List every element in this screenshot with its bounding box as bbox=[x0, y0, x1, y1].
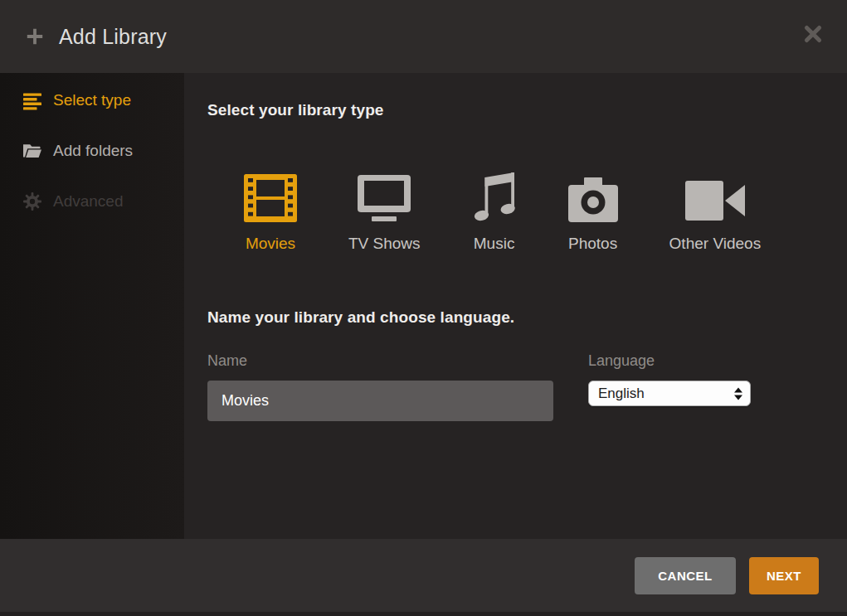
steps-sidebar: Select type Add folders bbox=[0, 73, 184, 539]
name-field-group: Name bbox=[207, 352, 553, 421]
main-content: Select your library type bbox=[184, 73, 847, 539]
add-library-dialog: Add Library Select type bbox=[0, 0, 847, 616]
library-type-music[interactable]: Music bbox=[472, 171, 517, 253]
sidebar-item-select-type[interactable]: Select type bbox=[0, 85, 184, 116]
music-note-icon bbox=[472, 172, 517, 222]
library-type-other-videos[interactable]: Other Videos bbox=[669, 171, 762, 253]
video-camera-icon bbox=[684, 179, 746, 222]
library-type-photos[interactable]: Photos bbox=[568, 171, 618, 253]
library-type-label: Other Videos bbox=[669, 235, 762, 253]
library-name-input[interactable] bbox=[207, 381, 553, 421]
next-button[interactable]: NEXT bbox=[749, 557, 819, 594]
name-label: Name bbox=[207, 352, 553, 370]
library-type-label: Music bbox=[474, 235, 515, 253]
library-type-movies[interactable]: Movies bbox=[244, 171, 297, 253]
library-type-label: Photos bbox=[568, 235, 617, 253]
close-icon[interactable] bbox=[802, 23, 824, 45]
sidebar-item-label: Select type bbox=[53, 91, 131, 109]
name-language-heading: Name your library and choose language. bbox=[207, 308, 822, 327]
language-field-group: Language English bbox=[588, 352, 751, 421]
film-strip-icon bbox=[244, 174, 297, 222]
language-select[interactable]: English bbox=[588, 381, 751, 406]
camera-icon bbox=[568, 177, 618, 222]
library-type-label: TV Shows bbox=[348, 235, 421, 253]
tv-icon bbox=[357, 174, 411, 222]
dialog-header: Add Library bbox=[0, 0, 847, 73]
plus-icon bbox=[25, 27, 45, 46]
sidebar-item-label: Add folders bbox=[53, 142, 133, 160]
photos-icon-box bbox=[568, 171, 618, 222]
sidebar-item-add-folders[interactable]: Add folders bbox=[0, 135, 184, 167]
library-type-tv-shows[interactable]: TV Shows bbox=[348, 171, 421, 253]
music-icon-box bbox=[472, 171, 517, 222]
library-type-row: Movies TV Shows bbox=[244, 171, 822, 253]
list-icon bbox=[22, 90, 42, 110]
sidebar-item-label: Advanced bbox=[53, 192, 124, 211]
tv-icon-box bbox=[357, 171, 411, 222]
dialog-title: Add Library bbox=[59, 25, 167, 49]
gear-icon bbox=[22, 192, 42, 211]
dialog-footer: CANCEL NEXT bbox=[0, 539, 847, 616]
sidebar-item-advanced: Advanced bbox=[0, 186, 184, 217]
dialog-body: Select type Add folders bbox=[0, 73, 847, 539]
other-videos-icon-box bbox=[684, 171, 746, 222]
folder-open-icon bbox=[22, 141, 42, 161]
language-label: Language bbox=[588, 352, 751, 370]
select-stepper-icon bbox=[734, 387, 742, 400]
cancel-button[interactable]: CANCEL bbox=[635, 557, 736, 594]
library-type-label: Movies bbox=[246, 235, 295, 253]
select-type-heading: Select your library type bbox=[207, 101, 822, 119]
language-selected-value: English bbox=[598, 386, 645, 402]
movies-icon-box bbox=[244, 171, 297, 222]
name-language-form: Name Language English bbox=[207, 352, 822, 421]
